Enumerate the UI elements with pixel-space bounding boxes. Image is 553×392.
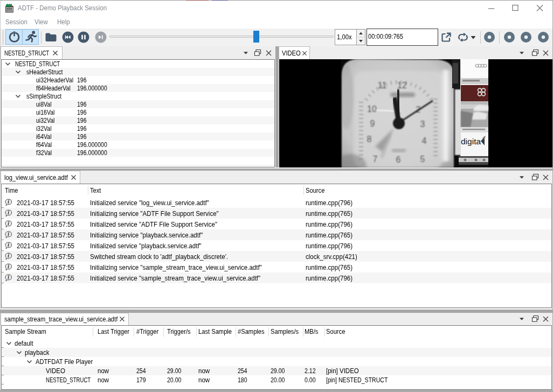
svg-text:5: 5 bbox=[420, 155, 425, 164]
svg-text:7: 7 bbox=[373, 155, 378, 164]
svg-text:i: i bbox=[8, 232, 9, 237]
svg-text:digita: digita bbox=[461, 137, 481, 146]
svg-text:i: i bbox=[8, 210, 9, 215]
svg-text:4: 4 bbox=[422, 136, 427, 145]
svg-text:i: i bbox=[8, 221, 9, 226]
svg-text:i: i bbox=[8, 275, 9, 280]
svg-text:i: i bbox=[8, 264, 9, 269]
svg-text:12: 12 bbox=[397, 81, 407, 90]
svg-text:9: 9 bbox=[370, 119, 375, 128]
svg-text:8: 8 bbox=[367, 135, 372, 144]
svg-text:10: 10 bbox=[367, 104, 377, 114]
svg-text:i: i bbox=[8, 253, 9, 258]
svg-text:3: 3 bbox=[420, 120, 425, 129]
svg-text:i: i bbox=[8, 242, 9, 248]
svg-text:i: i bbox=[8, 199, 9, 205]
svg-text:6: 6 bbox=[396, 155, 401, 164]
svg-text:11: 11 bbox=[378, 81, 387, 90]
